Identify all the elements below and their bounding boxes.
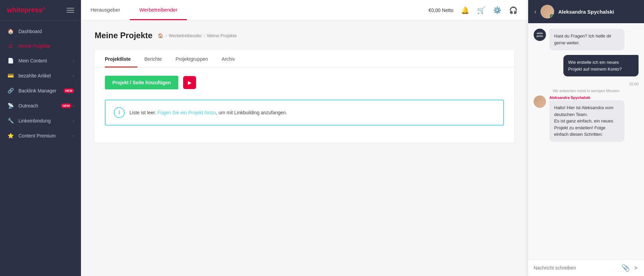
notification-icon[interactable]: 🔔 [461, 6, 469, 14]
hamburger-button[interactable] [67, 8, 74, 13]
backlink-icon: 🔗 [7, 88, 14, 94]
top-right-actions: €0,00 Netto 🔔 🛒 ⚙️ 🎧 [429, 0, 518, 20]
sidebar-item-label-linkeinbindung: Linkeinbindung [18, 118, 73, 124]
sidebar-item-mein-content[interactable]: 📄 Mein Content › [0, 53, 81, 68]
chat-responding-label: Wir antworten meist in wenigen Minuten [534, 89, 639, 93]
agent-avatar [540, 5, 554, 18]
logo-area: whitepress® [0, 0, 81, 20]
logo-white: white [7, 6, 24, 14]
sidebar-item-content-premium[interactable]: ⭐ Content Premium › [0, 128, 81, 143]
bot-bubble: Hast du Fragen? Ich helfe dir gerne weit… [549, 29, 625, 50]
sidebar-item-backlink-manager[interactable]: 🔗 Backlink Manager NEW [0, 83, 81, 98]
tab-archiv[interactable]: Archiv [222, 50, 242, 68]
sidebar-item-label-backlink-manager: Backlink Manager [18, 88, 61, 93]
price-display: €0,00 Netto [429, 8, 453, 13]
content-icon: 📄 [7, 58, 14, 64]
add-project-button[interactable]: Projekt / Seite hinzufügen [105, 76, 178, 89]
sidebar-item-label-bezahlte-artikel: bezahlte Artikel [18, 73, 73, 78]
chat-message-bot: whitepress Hast du Fragen? Ich helfe dir… [534, 29, 639, 50]
outreach-icon: 📡 [7, 103, 14, 109]
headset-icon[interactable]: 🎧 [509, 6, 518, 14]
empty-state-text: Liste ist leer. Fügen Sie ein Projekt hi… [129, 110, 287, 115]
chevron-right-icon: › [73, 59, 74, 63]
sidebar-item-meine-projekte[interactable]: ☰ Meine Projekte [0, 39, 81, 53]
sidebar-item-label-dashboard: Dashboard [18, 29, 74, 34]
attach-icon[interactable]: 📎 [621, 264, 630, 272]
logo-reg: ® [43, 6, 45, 10]
bot-avatar: whitepress [534, 29, 546, 41]
agent-name-label: Aleksandra Spychalski [549, 96, 625, 100]
sidebar-item-label-meine-projekte: Meine Projekte [18, 43, 74, 49]
play-icon: ▶ [188, 80, 192, 85]
empty-state-link[interactable]: Fügen Sie ein Projekt hinzu [157, 110, 216, 115]
logo: whitepress® [7, 6, 45, 14]
chat-header: ‹ Aleksandra Spychalski [528, 0, 644, 23]
chat-panel: ‹ Aleksandra Spychalski whitepress Hast … [528, 0, 644, 276]
page-body: Meine Projekte 🏠 / Werbetreibender / Mei… [81, 20, 528, 276]
page-header: Meine Projekte 🏠 / Werbetreibender / Mei… [95, 31, 514, 40]
chat-timestamp: 15:00 [534, 82, 639, 86]
artikel-icon: 💳 [7, 73, 14, 79]
agent-bubble: Hallo! Hier ist Aleksandra vom deutschen… [549, 100, 625, 142]
tab-herausgeber[interactable]: Herausgeber [81, 0, 130, 20]
sidebar-item-outreach[interactable]: 📡 Outreach NEW › [0, 98, 81, 113]
badge-new-outreach: NEW [61, 103, 71, 108]
chevron-right-icon-3: › [73, 104, 74, 108]
chat-back-button[interactable]: ‹ [534, 8, 536, 15]
tab-werbetreibender[interactable]: Werbetreibender [130, 0, 187, 20]
cart-icon[interactable]: 🛒 [477, 6, 485, 14]
sidebar-nav: 🏠 Dashboard ☰ Meine Projekte 📄 Mein Cont… [0, 20, 81, 276]
settings-icon[interactable]: ⚙️ [493, 6, 502, 14]
breadcrumb-home-icon: 🏠 [158, 33, 163, 38]
agent-name: Aleksandra Spychalski [558, 9, 614, 15]
sidebar-item-label-content-premium: Content Premium [18, 133, 73, 139]
content-tabs: Projektliste Berichte Projektgruppen Arc… [95, 50, 514, 68]
tab-berichte[interactable]: Berichte [144, 50, 168, 68]
breadcrumb-current: Meine Projekte [207, 33, 237, 38]
user-bubble: Wie erstelle ich ein neues Projekt auf m… [563, 55, 639, 76]
link-icon: 🔧 [7, 118, 14, 124]
breadcrumb-werbetreibender: Werbetreibender [169, 33, 202, 38]
aleksandra-avatar [534, 96, 546, 108]
sidebar-item-label-mein-content: Mein Content [18, 58, 73, 63]
tab-projektliste[interactable]: Projektliste [105, 50, 137, 68]
sidebar-item-label-outreach: Outreach [18, 103, 59, 108]
sidebar-item-bezahlte-artikel[interactable]: 💳 bezahlte Artikel › [0, 68, 81, 83]
breadcrumb: 🏠 / Werbetreibender / Meine Projekte [158, 33, 237, 38]
page-title: Meine Projekte [95, 31, 152, 40]
badge-new-backlink: NEW [64, 88, 74, 93]
empty-state: i Liste ist leer. Fügen Sie ein Projekt … [105, 100, 504, 126]
chevron-right-icon-4: › [73, 119, 74, 123]
send-icon[interactable]: ➤ [633, 264, 639, 272]
sidebar-item-dashboard[interactable]: 🏠 Dashboard [0, 24, 81, 39]
chat-message-agent: Aleksandra Spychalski Hallo! Hier ist Al… [534, 96, 639, 142]
logo-press: press [24, 6, 42, 14]
info-icon: i [114, 107, 125, 118]
chat-input[interactable] [534, 265, 618, 271]
sidebar: whitepress® 🏠 Dashboard ☰ Meine Projekte… [0, 0, 81, 276]
tab-projektgruppen[interactable]: Projektgruppen [176, 50, 215, 68]
content-card: Projektliste Berichte Projektgruppen Arc… [95, 50, 514, 143]
online-indicator [550, 14, 553, 18]
chat-message-user: Wie erstelle ich ein neues Projekt auf m… [534, 55, 639, 76]
video-button[interactable]: ▶ [183, 76, 196, 89]
home-icon: 🏠 [7, 28, 14, 34]
action-bar: Projekt / Seite hinzufügen ▶ [95, 68, 514, 96]
chat-input-bar: 📎 ➤ [528, 259, 644, 276]
top-navigation: Herausgeber Werbetreibender €0,00 Netto … [81, 0, 528, 20]
chevron-right-icon-5: › [73, 134, 74, 138]
chevron-right-icon-2: › [73, 74, 74, 78]
premium-icon: ⭐ [7, 133, 14, 139]
chat-messages: whitepress Hast du Fragen? Ich helfe dir… [528, 23, 644, 259]
sidebar-item-linkeinbindung[interactable]: 🔧 Linkeinbindung › [0, 113, 81, 128]
projekte-icon: ☰ [7, 44, 14, 49]
top-tabs: Herausgeber Werbetreibender [81, 0, 187, 20]
main-content: Herausgeber Werbetreibender €0,00 Netto … [81, 0, 528, 276]
